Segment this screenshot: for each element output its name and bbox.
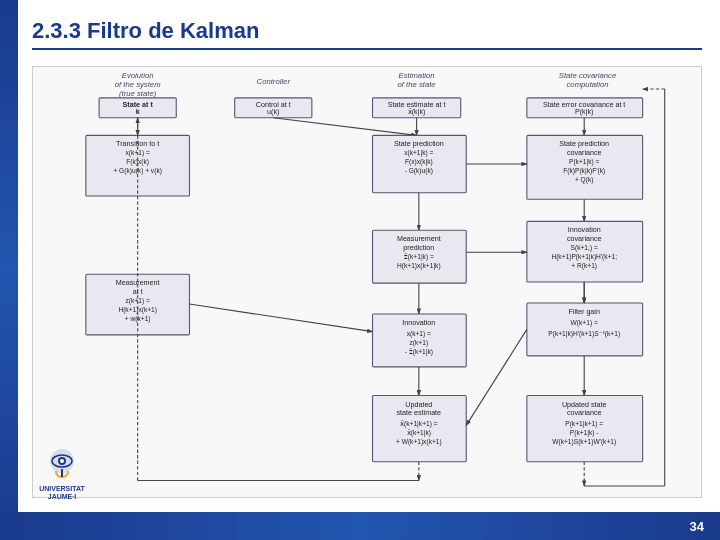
svg-text:P(k+1|k)H'(k+1)S⁻¹(k+1): P(k+1|k)H'(k+1)S⁻¹(k+1) — [548, 330, 620, 338]
svg-text:state estimate: state estimate — [397, 409, 442, 417]
svg-text:H(k+1)x(k+1|k): H(k+1)x(k+1|k) — [397, 262, 441, 270]
title-underline — [32, 48, 702, 50]
svg-text:ẑ(k+1|k) =: ẑ(k+1|k) = — [404, 253, 434, 261]
svg-text:of the state: of the state — [398, 80, 436, 89]
svg-line-95 — [466, 329, 527, 425]
svg-text:u(k): u(k) — [267, 108, 279, 116]
svg-text:P(k+1|k+1) =: P(k+1|k+1) = — [565, 420, 603, 428]
university-logo-area: UNIVERSITAT JAUME·I — [22, 438, 102, 508]
svg-text:x̂(k+1|k+1) =: x̂(k+1|k+1) = — [400, 420, 438, 428]
svg-text:+ R(k+1): + R(k+1) — [571, 262, 597, 270]
svg-text:State covariance: State covariance — [559, 71, 616, 80]
svg-text:- G(k)u(k): - G(k)u(k) — [405, 167, 433, 175]
svg-line-62 — [189, 304, 372, 332]
svg-text:W(k+1) =: W(k+1) = — [571, 319, 598, 327]
svg-text:Estimation: Estimation — [399, 71, 435, 80]
svg-text:P(k+1|k) =: P(k+1|k) = — [569, 158, 600, 166]
svg-text:Innovation: Innovation — [568, 226, 601, 234]
svg-text:State prediction: State prediction — [559, 140, 609, 148]
svg-text:covariance: covariance — [567, 409, 602, 417]
svg-text:Innovation: Innovation — [402, 319, 435, 327]
university-name: UNIVERSITAT JAUME·I — [39, 485, 85, 502]
svg-text:P(k+1|k) -: P(k+1|k) - — [570, 429, 599, 437]
svg-text:H(k+1)P(k+1|k)H'(k+1;: H(k+1)P(k+1|k)H'(k+1; — [551, 253, 617, 261]
svg-text:+ W(k+1)x(k+1): + W(k+1)x(k+1) — [396, 438, 442, 446]
svg-text:x(k+1|k) =: x(k+1|k) = — [404, 149, 433, 157]
svg-text:Filter gain: Filter gain — [568, 308, 599, 316]
svg-text:(true state): (true state) — [119, 89, 157, 98]
svg-text:Updated state: Updated state — [562, 401, 607, 409]
left-accent — [0, 0, 18, 540]
svg-text:Measurement: Measurement — [397, 235, 441, 243]
svg-text:Updated: Updated — [405, 401, 432, 409]
page-number: 34 — [690, 519, 704, 534]
bottom-bar: 34 — [0, 512, 720, 540]
svg-text:of the system: of the system — [115, 80, 161, 89]
svg-text:x̂(k+1|k): x̂(k+1|k) — [407, 429, 431, 437]
slide-title: 2.3.3 Filtro de Kalman — [32, 18, 702, 44]
svg-text:S(k+1;) =: S(k+1;) = — [571, 244, 598, 252]
svg-text:State prediction: State prediction — [394, 140, 444, 148]
university-logo — [42, 445, 82, 485]
svg-text:Controller: Controller — [257, 77, 291, 86]
svg-text:- ẑ(k+1|k): - ẑ(k+1|k) — [405, 348, 433, 356]
svg-text:covariance: covariance — [567, 149, 602, 157]
svg-text:z(k+1): z(k+1) — [410, 339, 429, 347]
svg-text:x̂(k|k): x̂(k|k) — [408, 108, 426, 116]
svg-text:covariance: covariance — [567, 235, 602, 243]
svg-text:F(x)x(k|k): F(x)x(k|k) — [405, 158, 433, 166]
svg-line-22 — [273, 118, 416, 136]
svg-text:computation: computation — [567, 80, 609, 89]
title-area: 2.3.3 Filtro de Kalman — [22, 8, 712, 56]
svg-point-100 — [60, 459, 64, 463]
kalman-diagram-svg: Evolution of the system (true state) Con… — [33, 67, 701, 497]
svg-text:W(k+1)S(k+1)W'(k+1): W(k+1)S(k+1)W'(k+1) — [552, 438, 616, 446]
svg-text:F(k)P(k|k)F'(k): F(k)P(k|k)F'(k) — [563, 167, 605, 175]
main-content: 2.3.3 Filtro de Kalman Evolution of the … — [22, 8, 712, 508]
kalman-diagram-area: Evolution of the system (true state) Con… — [32, 66, 702, 498]
svg-text:Evolution: Evolution — [122, 71, 154, 80]
svg-text:x(k+1) =: x(k+1) = — [407, 330, 431, 338]
slide: 2.3.3 Filtro de Kalman Evolution of the … — [0, 0, 720, 540]
svg-text:prediction: prediction — [403, 244, 434, 252]
svg-text:P(k|k): P(k|k) — [575, 108, 594, 116]
svg-text:k: k — [136, 108, 140, 116]
svg-text:+ Q(k): + Q(k) — [575, 176, 594, 184]
